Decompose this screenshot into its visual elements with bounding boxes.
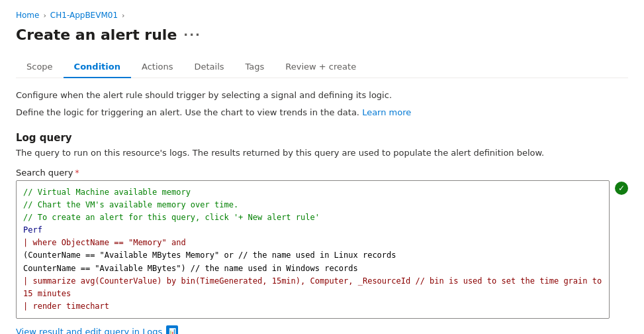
tab-scope[interactable]: Scope [16,56,64,78]
tab-details[interactable]: Details [183,56,234,78]
more-options-icon[interactable]: ··· [183,28,201,42]
tab-bar: Scope Condition Actions Details Tags Rev… [16,56,628,78]
breadcrumb-sep1: › [43,11,46,20]
page-title-row: Create an alert rule ··· [16,27,628,43]
view-logs-link[interactable]: View result and edit query in Logs [16,327,162,334]
page-title: Create an alert rule [16,27,177,43]
query-input-row: // Virtual Machine available memory // C… [16,180,628,319]
breadcrumb-sep2: › [122,11,124,20]
validation-success-icon: ✓ [615,182,628,195]
breadcrumb-home[interactable]: Home [16,11,39,20]
description2: Define the logic for triggering an alert… [16,106,628,119]
breadcrumb-resource[interactable]: CH1-AppBEVM01 [50,11,118,20]
tab-actions[interactable]: Actions [131,56,184,78]
log-query-sub: The query to run on this resource's logs… [16,146,628,160]
search-query-display[interactable]: // Virtual Machine available memory // C… [16,180,610,319]
description1: Configure when the alert rule should tri… [16,89,628,102]
required-star: * [75,168,79,178]
tab-condition[interactable]: Condition [64,56,131,78]
search-query-label: Search query* [16,168,628,178]
breadcrumb: Home › CH1-AppBEVM01 › [16,11,628,20]
log-query-title: Log query [16,132,628,144]
learn-more-link[interactable]: Learn more [362,107,411,117]
logs-icon: 📊 [166,325,178,334]
tab-review-create[interactable]: Review + create [275,56,367,78]
view-link-row: View result and edit query in Logs 📊 [16,325,628,334]
tab-tags[interactable]: Tags [235,56,275,78]
